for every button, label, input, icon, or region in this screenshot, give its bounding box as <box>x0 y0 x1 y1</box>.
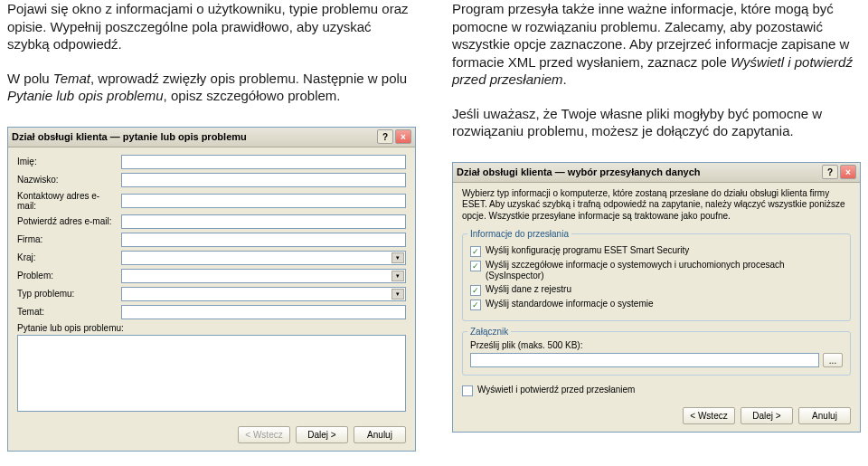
left-dialog-title: Dział obsługi klienta — pytanie lub opis… <box>12 131 375 142</box>
checkbox-registry[interactable]: ✓ <box>470 285 481 296</box>
right-column: Program przesyła także inne ważne inform… <box>452 0 861 466</box>
label-email-confirm: Potwierdź adres e-mail: <box>17 216 121 226</box>
right-dialog-info: Wybierz typ informacji o komputerze, któ… <box>453 183 860 224</box>
fieldset-info: Informacje do przesłania ✓Wyślij konfigu… <box>462 229 851 321</box>
right-dialog-titlebar: Dział obsługi klienta — wybór przesyłany… <box>453 163 860 183</box>
checkbox-confirm[interactable] <box>462 385 473 396</box>
chevron-down-icon: ▾ <box>392 252 404 263</box>
left-dialog-titlebar: Dział obsługi klienta — pytanie lub opis… <box>8 128 415 147</box>
file-input[interactable] <box>470 353 819 367</box>
right-dialog-title: Dział obsługi klienta — wybór przesyłany… <box>457 166 820 177</box>
left-dialog: Dział obsługi klienta — pytanie lub opis… <box>7 127 416 452</box>
help-icon[interactable]: ? <box>377 129 393 144</box>
checkbox-registry-label: Wyślij dane z rejestru <box>486 284 571 295</box>
cancel-button[interactable]: Anuluj <box>354 426 406 443</box>
file-label: Prześlij plik (maks. 500 KB): <box>470 340 843 350</box>
left-dialog-buttons: < Wstecz Dalej > Anuluj <box>8 419 415 451</box>
right-dialog-buttons: < Wstecz Dalej > Anuluj <box>453 400 860 432</box>
right-paragraph-1: Program przesyła także inne ważne inform… <box>452 0 861 89</box>
checkbox-system-label: Wyślij standardowe informacje o systemie <box>486 299 654 309</box>
close-icon[interactable]: × <box>395 129 411 144</box>
label-kraj: Kraj: <box>17 252 121 262</box>
select-problem[interactable]: ▾ <box>121 269 406 283</box>
label-typ: Typ problemu: <box>17 289 121 299</box>
label-firma: Firma: <box>17 234 121 244</box>
label-imie: Imię: <box>17 157 121 166</box>
fieldset-info-legend: Informacje do przesłania <box>467 229 571 239</box>
checkbox-sysinspector[interactable]: ✓ <box>470 261 481 271</box>
left-paragraph-2: W polu Temat, wprowadź zwięzły opis prob… <box>7 70 416 105</box>
fieldset-attachment-legend: Załącznik <box>467 327 511 337</box>
next-button[interactable]: Dalej > <box>741 407 793 424</box>
back-button[interactable]: < Wstecz <box>238 426 290 443</box>
input-nazwisko[interactable] <box>121 173 406 187</box>
checkbox-sysinspector-label: Wyślij szczegółowe informacje o systemow… <box>486 260 843 281</box>
right-dialog: Dział obsługi klienta — wybór przesyłany… <box>452 162 861 433</box>
label-nazwisko: Nazwisko: <box>17 175 121 185</box>
input-imie[interactable] <box>121 155 406 169</box>
chevron-down-icon: ▾ <box>392 271 404 281</box>
close-icon[interactable]: × <box>840 165 856 179</box>
checkbox-system[interactable]: ✓ <box>470 300 481 310</box>
checkbox-config-label: Wyślij konfigurację programu ESET Smart … <box>486 245 689 256</box>
label-temat: Temat: <box>17 307 121 317</box>
cancel-button[interactable]: Anuluj <box>798 407 851 424</box>
left-dialog-body: Imię: Nazwisko: Kontaktowy adres e-mail:… <box>8 147 415 419</box>
input-email-confirm[interactable] <box>121 214 406 229</box>
label-email: Kontaktowy adres e-mail: <box>17 191 121 211</box>
right-paragraph-2: Jeśli uważasz, że Twoje własne pliki mog… <box>452 105 861 140</box>
left-paragraph-1: Pojawi się okno z informacjami o użytkow… <box>7 0 416 53</box>
select-typ[interactable]: ▾ <box>121 287 406 301</box>
label-problem: Problem: <box>17 271 121 281</box>
chevron-down-icon: ▾ <box>392 289 404 300</box>
input-temat[interactable] <box>121 305 406 319</box>
left-column: Pojawi się okno z informacjami o użytkow… <box>7 0 416 466</box>
browse-button[interactable]: ... <box>823 353 843 367</box>
label-pytanie: Pytanie lub opis problemu: <box>17 323 406 333</box>
back-button[interactable]: < Wstecz <box>683 407 735 424</box>
textarea-pytanie[interactable] <box>17 335 406 412</box>
help-icon[interactable]: ? <box>822 165 838 179</box>
input-firma[interactable] <box>121 233 406 247</box>
input-email[interactable] <box>121 194 406 208</box>
fieldset-attachment: Załącznik Prześlij plik (maks. 500 KB): … <box>462 327 851 376</box>
next-button[interactable]: Dalej > <box>296 426 348 443</box>
checkbox-config[interactable]: ✓ <box>470 246 481 257</box>
select-kraj[interactable]: ▾ <box>121 251 406 265</box>
checkbox-confirm-label: Wyświetl i potwierdź przed przesłaniem <box>477 385 635 395</box>
